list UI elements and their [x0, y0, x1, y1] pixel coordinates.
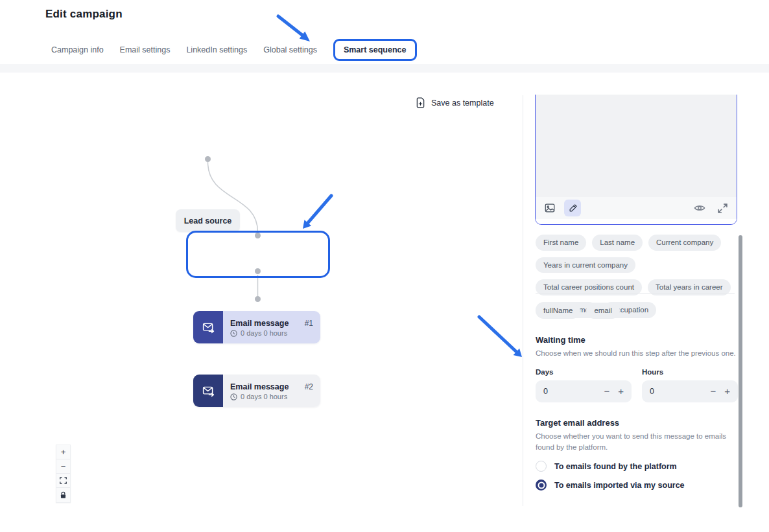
fit-view-button[interactable] [56, 474, 70, 488]
edge-layer [0, 73, 523, 506]
page-title: Edit campaign [45, 8, 123, 21]
custom-chip[interactable]: email [586, 303, 619, 319]
connection-handle [255, 233, 261, 238]
node-meta: 0 days 0 hours [241, 329, 287, 337]
variable-chip[interactable]: First name [536, 235, 586, 251]
editor-bottom-padding [536, 219, 737, 224]
tab-global-settings[interactable]: Global settings [263, 45, 317, 54]
radio-button-unselected[interactable] [536, 461, 547, 472]
zoom-in-button[interactable]: + [56, 445, 70, 459]
days-label: Days [536, 368, 632, 376]
fit-view-icon [60, 477, 67, 484]
radio-option-imported-emails[interactable]: To emails imported via my source [536, 480, 739, 491]
variable-chip[interactable]: Last name [592, 235, 643, 251]
variable-chip[interactable]: Years in current company [536, 257, 635, 273]
tab-smart-sequence[interactable]: Smart sequence [333, 39, 417, 61]
hours-label: Hours [642, 368, 738, 376]
waiting-time-section: Waiting time Choose when we should run t… [536, 335, 739, 402]
preview-button[interactable] [691, 200, 708, 216]
canvas-controls: + − [56, 445, 71, 503]
email-editor-clip [535, 95, 739, 225]
clock-icon [230, 330, 237, 337]
expand-icon [718, 203, 728, 213]
clock-icon [230, 393, 237, 400]
email-send-icon [193, 375, 223, 407]
hours-value[interactable]: 0 [650, 387, 710, 396]
sequence-canvas[interactable]: Lead source Email message #1 0 days 0 h [0, 73, 523, 506]
node-index: #2 [305, 382, 313, 391]
editor-toolbar [536, 197, 737, 219]
node-title: Email message [230, 319, 289, 328]
target-email-title: Target email address [536, 418, 739, 428]
custom-chip[interactable]: fullName [536, 303, 580, 319]
connection-handle [255, 296, 261, 302]
variable-chip[interactable]: Current company [648, 235, 721, 251]
header-divider-band [0, 64, 769, 73]
tab-linkedin-settings[interactable]: LinkedIn settings [186, 45, 247, 54]
custom-chips: fullName email [536, 303, 739, 319]
eye-icon [694, 202, 705, 214]
chips-divider [536, 293, 735, 294]
edit-campaign-page: Edit campaign Campaign info Email settin… [0, 0, 769, 532]
save-as-template-button[interactable]: Save as template [416, 97, 494, 108]
node-index: #1 [305, 319, 313, 328]
panel-scrollbar[interactable] [739, 235, 742, 507]
hours-stepper[interactable]: 0 − + [642, 380, 738, 402]
waiting-time-description: Choose when we should run this step afte… [536, 348, 739, 359]
radio-button-selected[interactable] [536, 480, 547, 491]
email-editor-content[interactable] [536, 95, 737, 197]
fullscreen-button[interactable] [714, 200, 731, 216]
node-lead-source[interactable]: Lead source [176, 209, 240, 232]
insert-image-button[interactable] [541, 200, 558, 216]
panel-divider [523, 95, 523, 506]
header: Edit campaign Campaign info Email settin… [0, 0, 769, 64]
tab-campaign-info[interactable]: Campaign info [51, 45, 104, 54]
days-field: Days 0 − + [536, 368, 632, 402]
waiting-time-title: Waiting time [536, 335, 739, 345]
file-plus-icon [416, 97, 425, 108]
days-increment-button[interactable]: + [618, 386, 624, 396]
node-title: Email message [230, 382, 289, 391]
target-email-description: Choose whether you want to send this mes… [536, 431, 739, 452]
node-email-message-1[interactable]: Email message #1 0 days 0 hours [193, 311, 320, 343]
hours-field: Hours 0 − + [642, 368, 738, 402]
node-meta: 0 days 0 hours [241, 393, 287, 400]
connection-handle [255, 268, 261, 274]
image-icon [544, 202, 556, 214]
days-decrement-button[interactable]: − [604, 386, 609, 396]
radio-label: To emails imported via my source [554, 481, 685, 490]
lock-button[interactable] [56, 488, 70, 502]
lock-icon [60, 491, 67, 499]
tab-bar: Campaign info Email settings LinkedIn se… [51, 36, 417, 64]
connection-handle [205, 156, 211, 162]
zoom-out-button[interactable]: − [56, 459, 70, 474]
days-value[interactable]: 0 [543, 387, 604, 396]
radio-option-platform-emails[interactable]: To emails found by the platform [536, 461, 739, 472]
target-email-section: Target email address Choose whether you … [536, 418, 739, 491]
email-send-icon [193, 311, 223, 343]
edit-mode-button[interactable] [564, 200, 581, 216]
hours-decrement-button[interactable]: − [710, 386, 716, 396]
tab-email-settings[interactable]: Email settings [120, 45, 171, 54]
radio-label: To emails found by the platform [554, 462, 677, 471]
email-editor [535, 95, 737, 225]
edit-icon [568, 203, 578, 213]
hours-increment-button[interactable]: + [724, 386, 730, 396]
node-email-message-2[interactable]: Email message #2 0 days 0 hours [193, 375, 320, 407]
days-stepper[interactable]: 0 − + [536, 380, 632, 402]
